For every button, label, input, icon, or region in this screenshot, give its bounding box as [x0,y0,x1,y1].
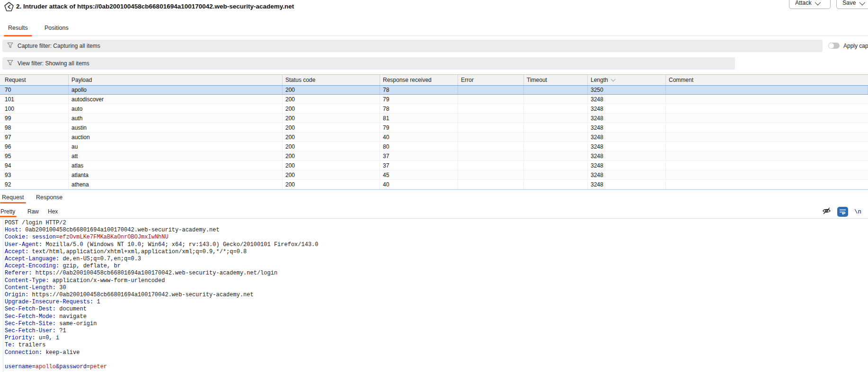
request-line: User-Agent: Mozilla/5.0 (Windows NT 10.0… [5,241,319,248]
tab-response[interactable]: Response [36,194,62,201]
tab-raw[interactable]: Raw [27,208,39,215]
attack-button[interactable]: Attack [789,0,831,9]
column-header-comment[interactable]: Comment [666,75,868,85]
tab-positions[interactable]: Positions [44,23,70,33]
request-line: POST /login HTTP/2 [5,220,319,227]
cell-timeout [524,123,588,132]
table-row[interactable]: 96au200803248 [0,142,868,151]
cell-status: 200 [283,123,380,132]
request-line: Sec-Fetch-User: ?1 [5,328,319,335]
tab-request[interactable]: Request [2,194,24,201]
cell-timeout [524,161,588,170]
cell-request: 96 [0,142,69,151]
cell-payload: au [69,142,283,151]
detail-tabbar: Request Response [0,191,868,204]
apply-capture-filter-toggle[interactable] [828,43,840,49]
table-row-selected[interactable]: 70apollo200783250 [0,85,868,95]
cell-timeout [524,86,588,94]
table-row[interactable]: 94atlas200373248 [0,161,868,170]
column-header-label: Error [461,77,474,83]
tab-positions-label: Positions [44,25,69,31]
cell-comment [666,95,868,104]
cell-received: 79 [380,123,458,132]
cell-request: 93 [0,170,69,179]
cell-length: 3248 [588,142,666,151]
column-header-request[interactable]: Request [0,75,69,85]
column-header-label: Comment [669,77,693,83]
editor-toolbar-icons: \n [822,207,861,217]
sort-descending-icon [611,77,615,82]
cell-length: 3248 [588,180,666,189]
tab-hex[interactable]: Hex [48,208,58,215]
request-line: Sec-Fetch-Site: same-origin [5,320,319,328]
cell-status: 200 [283,161,380,170]
save-button[interactable]: Save [836,0,868,9]
column-header-timeout[interactable]: Timeout [524,75,588,85]
cell-received: 78 [380,86,458,94]
cell-error [458,142,524,151]
cell-comment [666,86,868,94]
column-header-length[interactable]: Length [588,75,666,85]
view-filter-label: View filter: Showing all items [18,60,89,67]
cell-comment [666,170,868,179]
request-editor[interactable]: POST /login HTTP/2Host: 0ab200100458cb66… [0,219,868,372]
column-header-error[interactable]: Error [458,75,524,85]
cell-received: 80 [380,142,458,151]
column-header-label: Status code [285,77,315,83]
tab-request-label: Request [2,194,24,201]
cell-error [458,104,524,113]
cell-comment [666,114,868,123]
table-row[interactable]: 99auth200813248 [0,114,868,123]
request-line: Te: trailers [5,342,319,349]
cell-status: 200 [283,86,380,94]
results-table-body: 70apollo200783250101autodiscover20079324… [0,85,868,189]
hide-nonprintable-icon[interactable] [822,207,831,217]
cell-status: 200 [283,95,380,104]
cell-comment [666,161,868,170]
cell-payload: auction [69,133,283,142]
cell-error [458,161,524,170]
cell-received: 45 [380,170,458,179]
column-header-payload[interactable]: Payload [69,75,283,85]
cell-payload: atlanta [69,170,283,179]
capture-filter-bar[interactable]: Capture filter: Capturing all items [2,40,823,52]
cell-received: 78 [380,104,458,113]
table-row[interactable]: 92athena200403248 [0,180,868,189]
cell-status: 200 [283,133,380,142]
request-line: Content-Length: 30 [5,284,319,292]
cell-timeout [524,142,588,151]
cell-request: 94 [0,161,69,170]
editor-mode-bar: Pretty Raw Hex [0,206,868,219]
table-row[interactable]: 98austin200793248 [0,123,868,133]
active-tab-underline [4,35,32,36]
table-row[interactable]: 97auction200403248 [0,133,868,142]
cell-comment [666,151,868,160]
results-table-header: RequestPayloadStatus codeResponse receiv… [0,75,868,86]
cell-length: 3248 [588,133,666,142]
column-header-received[interactable]: Response received [380,75,458,85]
request-line: Referer: https://0ab200100458cb66801694a… [5,270,319,277]
cell-request: 92 [0,180,69,189]
cell-status: 200 [283,104,380,113]
tab-pretty[interactable]: Pretty [0,208,15,215]
column-header-status[interactable]: Status code [283,75,380,85]
cell-request: 97 [0,133,69,142]
request-line: Content-Type: application/x-www-form-url… [5,277,319,284]
cell-payload: athena [69,180,283,189]
view-filter-bar[interactable]: View filter: Showing all items [2,57,735,70]
cell-received: 37 [380,151,458,160]
filter-funnel-icon [7,60,13,67]
table-row[interactable]: 100auto200783248 [0,104,868,114]
cell-received: 40 [380,133,458,142]
table-row[interactable]: 93atlanta200453248 [0,170,868,180]
word-wrap-toggle-icon[interactable] [837,207,848,217]
table-row[interactable]: 101autodiscover200793248 [0,95,868,104]
table-row[interactable]: 95att200373248 [0,151,868,161]
cell-comment [666,142,868,151]
cell-length: 3248 [588,114,666,123]
tab-results[interactable]: Results [7,23,29,33]
cell-timeout [524,133,588,142]
cell-payload: autodiscover [69,95,283,104]
show-newlines-toggle[interactable]: \n [854,209,861,215]
active-tab-underline [0,202,26,204]
